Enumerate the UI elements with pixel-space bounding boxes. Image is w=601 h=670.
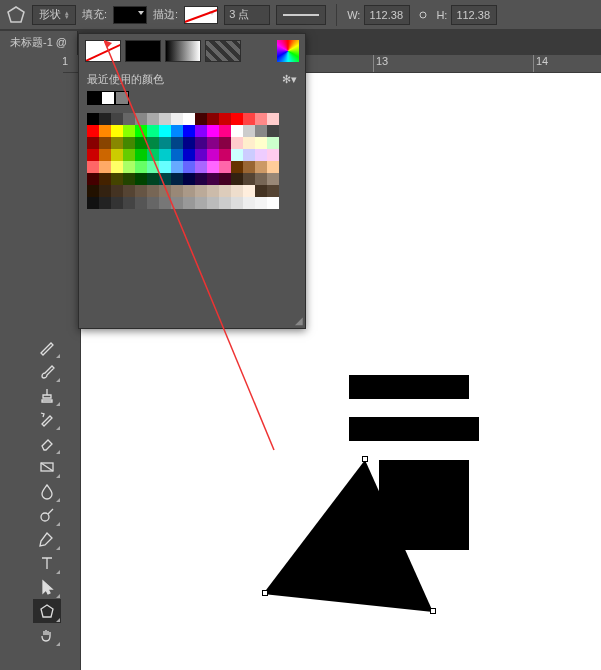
color-swatch[interactable]: [87, 173, 99, 185]
color-swatch[interactable]: [231, 173, 243, 185]
color-swatch[interactable]: [123, 113, 135, 125]
color-swatch[interactable]: [87, 137, 99, 149]
color-swatch[interactable]: [87, 113, 99, 125]
color-swatch[interactable]: [171, 197, 183, 209]
color-swatch[interactable]: [159, 173, 171, 185]
color-swatch[interactable]: [195, 137, 207, 149]
stroke-swatch-button[interactable]: [184, 6, 218, 24]
color-swatch[interactable]: [243, 137, 255, 149]
hand-tool[interactable]: [33, 623, 61, 647]
color-swatch[interactable]: [183, 197, 195, 209]
color-swatch[interactable]: [147, 125, 159, 137]
color-swatch[interactable]: [147, 149, 159, 161]
color-swatch[interactable]: [243, 161, 255, 173]
color-swatch[interactable]: [99, 149, 111, 161]
color-swatch[interactable]: [123, 185, 135, 197]
color-swatch[interactable]: [87, 161, 99, 173]
path-select-tool[interactable]: [33, 575, 61, 599]
color-swatch[interactable]: [219, 125, 231, 137]
color-swatch[interactable]: [123, 137, 135, 149]
color-swatch[interactable]: [159, 125, 171, 137]
color-swatch[interactable]: [159, 161, 171, 173]
color-swatch[interactable]: [147, 137, 159, 149]
heal-brush-tool[interactable]: [33, 335, 61, 359]
color-swatch[interactable]: [123, 125, 135, 137]
color-swatch[interactable]: [219, 149, 231, 161]
color-swatch[interactable]: [147, 161, 159, 173]
document-tab[interactable]: 未标题-1 @: [0, 31, 78, 55]
color-swatch[interactable]: [207, 197, 219, 209]
color-swatch[interactable]: [207, 161, 219, 173]
color-swatch[interactable]: [171, 173, 183, 185]
color-swatch[interactable]: [219, 137, 231, 149]
history-brush-tool[interactable]: [33, 407, 61, 431]
transform-handle[interactable]: [262, 590, 268, 596]
recent-color-swatch[interactable]: [115, 91, 129, 105]
color-swatch[interactable]: [255, 197, 267, 209]
color-swatch[interactable]: [159, 185, 171, 197]
color-swatch[interactable]: [267, 185, 279, 197]
canvas-shape-rect[interactable]: [349, 417, 479, 441]
color-swatch[interactable]: [219, 161, 231, 173]
color-swatch[interactable]: [231, 185, 243, 197]
canvas-shape-triangle[interactable]: [255, 452, 445, 632]
color-swatch[interactable]: [231, 197, 243, 209]
color-swatch[interactable]: [111, 173, 123, 185]
color-swatch[interactable]: [183, 149, 195, 161]
color-swatch[interactable]: [87, 125, 99, 137]
color-swatch[interactable]: [135, 185, 147, 197]
color-swatch[interactable]: [183, 161, 195, 173]
color-swatch[interactable]: [171, 113, 183, 125]
color-swatch[interactable]: [159, 149, 171, 161]
color-swatch[interactable]: [207, 149, 219, 161]
blur-tool[interactable]: [33, 479, 61, 503]
color-swatch[interactable]: [99, 113, 111, 125]
color-swatch[interactable]: [207, 113, 219, 125]
color-swatch[interactable]: [183, 125, 195, 137]
link-wh-icon[interactable]: [416, 8, 430, 22]
fill-swatch-button[interactable]: [113, 6, 147, 24]
brush-tool[interactable]: [33, 359, 61, 383]
fill-none-tab[interactable]: [85, 40, 121, 62]
color-swatch[interactable]: [87, 197, 99, 209]
color-swatch[interactable]: [231, 161, 243, 173]
color-swatch[interactable]: [267, 197, 279, 209]
color-swatch[interactable]: [99, 185, 111, 197]
color-swatch[interactable]: [171, 185, 183, 197]
color-swatch[interactable]: [171, 125, 183, 137]
color-swatch[interactable]: [243, 185, 255, 197]
color-swatch[interactable]: [111, 149, 123, 161]
color-swatch[interactable]: [231, 137, 243, 149]
color-picker-button[interactable]: [277, 40, 299, 62]
color-swatch[interactable]: [219, 113, 231, 125]
color-swatch[interactable]: [219, 185, 231, 197]
width-field[interactable]: W: 112.38: [347, 5, 410, 25]
color-swatch[interactable]: [123, 173, 135, 185]
color-swatch[interactable]: [255, 137, 267, 149]
color-swatch[interactable]: [87, 149, 99, 161]
color-swatch[interactable]: [195, 125, 207, 137]
fill-gradient-tab[interactable]: [165, 40, 201, 62]
color-swatch[interactable]: [243, 113, 255, 125]
color-swatch[interactable]: [243, 197, 255, 209]
color-swatch[interactable]: [99, 125, 111, 137]
color-swatch[interactable]: [207, 185, 219, 197]
gear-icon[interactable]: ✻▾: [282, 73, 297, 86]
color-swatch[interactable]: [243, 149, 255, 161]
color-swatch[interactable]: [111, 185, 123, 197]
color-swatch[interactable]: [159, 113, 171, 125]
color-swatch[interactable]: [195, 161, 207, 173]
color-swatch[interactable]: [147, 185, 159, 197]
stroke-width-input[interactable]: 3 点: [224, 5, 270, 25]
color-swatch[interactable]: [99, 197, 111, 209]
color-swatch[interactable]: [255, 125, 267, 137]
gradient-tool[interactable]: [33, 455, 61, 479]
stamp-tool[interactable]: [33, 383, 61, 407]
fill-solid-tab[interactable]: [125, 40, 161, 62]
color-swatch[interactable]: [243, 125, 255, 137]
color-swatch[interactable]: [111, 137, 123, 149]
color-swatch[interactable]: [267, 161, 279, 173]
shape-tool[interactable]: [33, 599, 61, 623]
transform-handle[interactable]: [362, 456, 368, 462]
color-swatch[interactable]: [243, 173, 255, 185]
